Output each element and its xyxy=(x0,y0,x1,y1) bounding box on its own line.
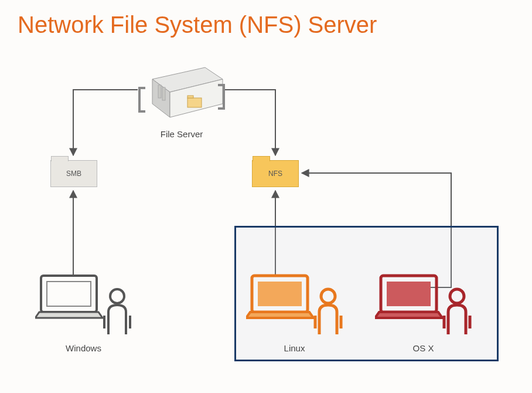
linux-laptop-icon xyxy=(246,270,343,337)
svg-rect-4 xyxy=(162,87,165,100)
file-server-label: File Server xyxy=(135,129,229,139)
svg-point-10 xyxy=(110,289,124,303)
svg-marker-17 xyxy=(375,312,442,318)
nfs-folder-label: NFS xyxy=(268,170,282,178)
svg-rect-5 xyxy=(187,98,202,107)
smb-folder-icon: SMB xyxy=(50,160,97,187)
svg-marker-13 xyxy=(246,312,313,318)
windows-label: Windows xyxy=(35,343,132,353)
svg-marker-9 xyxy=(35,312,103,318)
diagram-canvas: File Server SMB NFS Windows xyxy=(18,44,516,372)
osx-laptop-icon xyxy=(375,270,472,337)
svg-rect-8 xyxy=(47,282,91,306)
smb-folder-label: SMB xyxy=(66,170,81,178)
svg-rect-16 xyxy=(387,282,431,306)
smb-folder-node: SMB xyxy=(50,160,97,187)
linux-client-node: Linux xyxy=(246,270,343,353)
windows-client-node: Windows xyxy=(35,270,132,353)
file-server-node: File Server xyxy=(135,62,229,139)
server-icon xyxy=(135,62,229,123)
svg-point-18 xyxy=(450,289,464,303)
svg-rect-3 xyxy=(158,85,161,98)
svg-point-14 xyxy=(321,289,335,303)
linux-label: Linux xyxy=(246,343,343,353)
svg-rect-12 xyxy=(258,282,302,306)
page-title: Network File System (NFS) Server xyxy=(18,12,514,38)
windows-laptop-icon xyxy=(35,270,132,337)
svg-rect-6 xyxy=(187,96,193,98)
osx-client-node: OS X xyxy=(375,270,472,353)
osx-label: OS X xyxy=(375,343,472,353)
nfs-folder-node: NFS xyxy=(252,160,299,187)
nfs-folder-icon: NFS xyxy=(252,160,299,187)
